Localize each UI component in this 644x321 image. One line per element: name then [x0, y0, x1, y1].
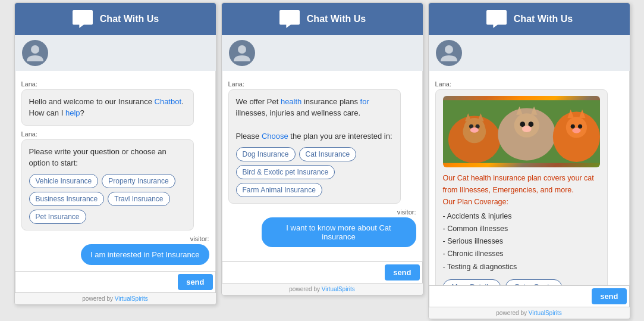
option-cat-insurance[interactable]: Cat Insurance: [299, 147, 357, 161]
chat-input-3[interactable]: [432, 288, 590, 304]
send-button-2[interactable]: send: [385, 264, 419, 281]
lana-label-3a: Lana:: [435, 80, 623, 88]
svg-point-23: [570, 124, 574, 128]
chat-input-area-3: send: [429, 285, 630, 307]
bot-bubble-1b: Please write your question or choose an …: [21, 139, 194, 230]
svg-point-24: [578, 124, 582, 128]
person-icon: [26, 43, 45, 63]
svg-point-0: [31, 45, 39, 54]
option-buttons-1: Vehicle Insurance Property Insurance Bus…: [29, 174, 186, 224]
chat-header-2: Chat With Us: [222, 3, 423, 35]
option-buttons-2: Dog Insurance Cat Insurance Bird & Exoti…: [236, 147, 393, 197]
chat-widget-1: Chat With Us Lana: Hello and welcome to …: [14, 2, 216, 305]
chat-header-3: Chat With Us: [429, 3, 630, 35]
person-icon-3: [439, 43, 458, 63]
avatar-3: [436, 40, 462, 66]
lana-label-2a: Lana:: [228, 80, 416, 88]
widget-1-title: Chat With Us: [100, 14, 159, 24]
svg-point-17: [528, 121, 533, 127]
svg-point-18: [522, 126, 531, 132]
option-business-insurance[interactable]: Business Insurance: [29, 192, 105, 206]
bot-bubble-3a: Our Cat health insurance plan covers you…: [435, 89, 608, 285]
chat-header-1: Chat With Us: [15, 3, 216, 35]
chat-widgets-container: Chat With Us Lana: Hello and welcome to …: [7, 0, 637, 321]
chat-bubble-icon-3: [485, 9, 508, 29]
svg-point-1: [238, 45, 246, 54]
widget-3-title: Chat With Us: [514, 14, 573, 24]
avatar-area-1: [15, 35, 216, 71]
svg-point-8: [464, 118, 485, 137]
svg-point-16: [520, 121, 525, 127]
visitor-bubble-2: I want to know more about Cat insurance: [262, 217, 416, 247]
option-bird-exotic[interactable]: Bird & Exotic pet Insurance: [236, 165, 335, 179]
chat-bubble-icon: [71, 9, 94, 29]
avatar-2: [229, 40, 255, 66]
lana-label-1b: Lana:: [21, 130, 209, 138]
avatar-1: [22, 40, 48, 66]
chat-body-1[interactable]: Lana: Hello and welcome to our Insurance…: [15, 71, 216, 271]
chat-body-3[interactable]: Lana:: [429, 71, 630, 285]
chat-input-area-2: send: [222, 261, 423, 283]
chat-bubble-icon-2: [278, 9, 301, 29]
svg-point-25: [572, 127, 580, 133]
option-property-insurance[interactable]: Property Insurance: [102, 174, 175, 188]
send-button-1[interactable]: send: [178, 274, 212, 290]
visitor-area-2: visitor: I want to know more about Cat i…: [228, 208, 416, 247]
svg-point-2: [445, 45, 453, 54]
bot-bubble-2a: We offer Pet health insurance plans for …: [228, 89, 401, 204]
action-buttons-3: More Details Get a Quote: [443, 279, 600, 285]
more-details-button[interactable]: More Details: [443, 279, 501, 285]
visitor-bubble-1: I am interested in Pet Insurance: [81, 244, 209, 265]
bot-bubble-1a: Hello and welcome to our Insurance Chatb…: [21, 89, 194, 126]
option-dog-insurance[interactable]: Dog Insurance: [236, 147, 296, 161]
chat-widget-3: Chat With Us Lana:: [428, 2, 630, 319]
coverage-text: Our Cat health insurance plan covers you…: [443, 172, 600, 208]
option-pet-insurance[interactable]: Pet Insurance: [29, 210, 86, 224]
visitor-area-1: visitor: I am interested in Pet Insuranc…: [21, 235, 209, 265]
visitor-label-2: visitor:: [397, 208, 416, 216]
chat-body-2[interactable]: Lana: We offer Pet health insurance plan…: [222, 71, 423, 261]
powered-by-3: powered by VirtualSpirits: [429, 307, 630, 319]
svg-point-11: [470, 127, 478, 132]
option-farm-animal[interactable]: Farm Animal Insurance: [236, 183, 322, 197]
chat-input-1[interactable]: [18, 274, 176, 290]
svg-point-20: [566, 117, 586, 138]
chat-input-area-1: send: [15, 271, 216, 293]
cat-image: [443, 96, 600, 167]
lana-label-1a: Lana:: [21, 80, 209, 88]
get-a-quote-button[interactable]: Get a Quote: [505, 279, 562, 285]
option-vehicle-insurance[interactable]: Vehicle Insurance: [29, 174, 99, 188]
powered-by-1: powered by VirtualSpirits: [15, 293, 216, 304]
widget-2-title: Chat With Us: [307, 14, 366, 24]
avatar-area-3: [429, 35, 630, 71]
chat-widget-2: Chat With Us Lana: We offer Pet health i…: [221, 2, 423, 295]
send-button-3[interactable]: send: [592, 288, 626, 304]
svg-point-13: [514, 113, 539, 137]
avatar-area-2: [222, 35, 423, 71]
visitor-label-1: visitor:: [190, 235, 209, 242]
person-icon-2: [233, 43, 252, 63]
powered-by-2: powered by VirtualSpirits: [222, 283, 423, 295]
coverage-list: - Accidents & injuries - Common illnesse…: [443, 210, 600, 273]
option-travl-insruance[interactable]: Travl Insruance: [108, 192, 169, 206]
chat-input-2[interactable]: [225, 264, 383, 281]
